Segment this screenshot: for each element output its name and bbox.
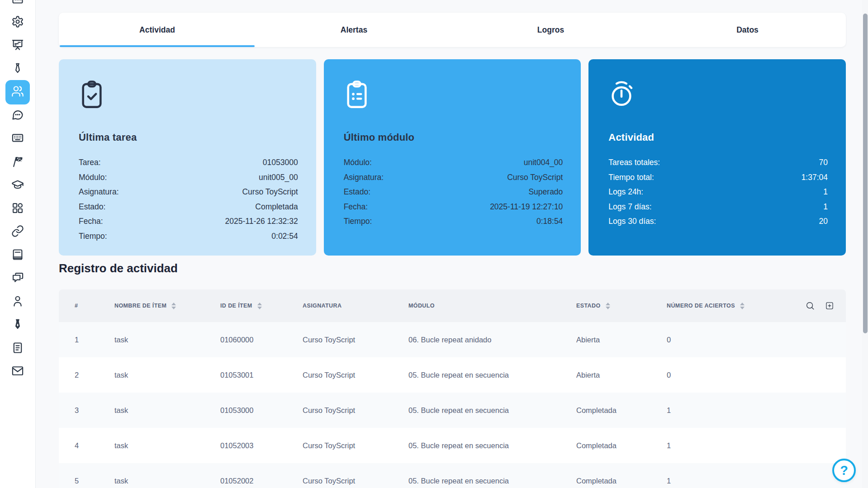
sidebar-item-library[interactable]	[11, 249, 24, 262]
sidebar-item-goals[interactable]	[11, 156, 24, 169]
card-title: Última tarea	[79, 132, 298, 143]
scrollbar-track[interactable]	[862, 0, 868, 488]
stat-label: Módulo:	[344, 155, 372, 170]
column-label: Nombre de ítem	[114, 303, 166, 309]
table-cell: Abierta	[576, 336, 667, 344]
sidebar-item-calendar[interactable]	[11, 0, 24, 5]
card-actividad: Actividad Tareas totales:70Tiempo total:…	[588, 59, 846, 256]
stat-value: Completada	[255, 199, 298, 214]
table-cell: Completada	[576, 441, 667, 450]
table-cell: Abierta	[576, 371, 667, 379]
table-cell: 1	[59, 336, 114, 344]
card-stat-row: Módulo:unit004_00	[344, 155, 563, 170]
tab-logros[interactable]: Logros	[452, 13, 649, 47]
sidebar-item-forum[interactable]	[11, 272, 24, 285]
table-row[interactable]: 4task01052003Curso ToyScript05. Bucle re…	[59, 428, 846, 463]
activity-log-table: #Nombre de ítemID de ítemAsignaturaMódul…	[59, 289, 846, 488]
sidebar-item-links[interactable]	[11, 226, 24, 238]
sidebar	[0, 0, 36, 488]
table-cell: task	[114, 371, 220, 379]
table-cell: 01053000	[220, 406, 303, 415]
gear-icon	[11, 15, 24, 30]
sidebar-item-apps[interactable]	[11, 203, 24, 215]
table-cell: Curso ToyScript	[303, 406, 408, 415]
tab-bar: ActividadAlertasLogrosDatos	[59, 13, 846, 47]
tab-datos[interactable]: Datos	[649, 13, 846, 47]
sort-arrows-icon[interactable]	[257, 303, 262, 309]
stat-value: Superado	[528, 185, 563, 199]
mail-icon	[11, 365, 24, 379]
sidebar-item-mail[interactable]	[11, 365, 24, 378]
help-button[interactable]: ?	[832, 459, 856, 482]
sort-arrows-icon[interactable]	[171, 303, 176, 309]
card-stat-row: Logs 7 días:1	[608, 199, 828, 214]
stat-value: unit005_00	[259, 170, 298, 185]
table-cell: task	[114, 477, 220, 485]
document-icon	[11, 341, 24, 356]
sidebar-item-settings[interactable]	[11, 16, 24, 29]
column-header-num: #	[59, 303, 114, 309]
chats-icon	[11, 271, 24, 286]
stat-label: Tarea:	[79, 155, 101, 170]
stat-label: Estado:	[79, 199, 105, 214]
tab-actividad[interactable]: Actividad	[59, 13, 256, 47]
sort-arrows-icon[interactable]	[740, 303, 745, 309]
scrollbar-thumb[interactable]	[863, 14, 868, 333]
sidebar-item-profile[interactable]	[11, 296, 24, 308]
table-cell: 4	[59, 441, 114, 450]
presentation-icon	[11, 38, 24, 53]
card-stat-row: Fecha:2025-11-26 12:32:32	[79, 214, 298, 229]
stat-value: 2025-11-19 12:27:10	[490, 199, 563, 214]
card-stat-row: Módulo:unit005_00	[79, 170, 298, 185]
stat-value: Curso ToyScript	[507, 170, 563, 185]
table-cell: 0	[667, 371, 846, 379]
table-cell: 0	[667, 336, 846, 344]
sort-arrows-icon[interactable]	[606, 303, 610, 309]
clipboard-list-icon	[344, 78, 563, 116]
table-cell: Curso ToyScript	[303, 441, 408, 450]
table-cell: task	[114, 336, 220, 344]
sidebar-item-presentation[interactable]	[11, 39, 24, 52]
stat-label: Tiempo total:	[608, 170, 654, 185]
search-icon[interactable]	[805, 301, 815, 311]
column-header-estado[interactable]: Estado	[576, 303, 667, 309]
column-label: Estado	[576, 303, 601, 309]
expand-plus-icon[interactable]	[825, 301, 834, 310]
sidebar-item-tie[interactable]	[11, 63, 24, 76]
column-header-nombre-de-tem[interactable]: Nombre de ítem	[114, 303, 220, 309]
tie-icon	[11, 62, 24, 76]
tab-alertas[interactable]: Alertas	[256, 13, 452, 47]
stat-label: Tiempo:	[344, 214, 372, 229]
sidebar-item-chat[interactable]	[11, 109, 24, 122]
table-row[interactable]: 2task01053001Curso ToyScript05. Bucle re…	[59, 357, 846, 393]
sidebar-item-users[interactable]	[5, 80, 30, 104]
sidebar-item-courses[interactable]	[11, 179, 24, 192]
tie-filled-icon	[11, 318, 24, 332]
stat-value: 1:37:04	[802, 170, 828, 185]
sidebar-item-reports[interactable]	[11, 342, 24, 355]
stat-label: Módulo:	[79, 170, 107, 185]
table-row[interactable]: 5task01052002Curso ToyScript05. Bucle re…	[59, 463, 846, 488]
table-row[interactable]: 3task01053000Curso ToyScript05. Bucle re…	[59, 393, 846, 428]
card-stat-row: Asignatura:Curso ToyScript	[344, 170, 563, 185]
card-stat-row: Estado:Completada	[79, 199, 298, 214]
stat-value: 0:18:54	[536, 214, 563, 229]
column-header-id-de-tem[interactable]: ID de ítem	[220, 303, 303, 309]
sidebar-item-work[interactable]	[11, 319, 24, 332]
sidebar-item-keyboard[interactable]	[11, 133, 24, 145]
stat-value: Curso ToyScript	[242, 185, 298, 199]
activity-log-title: Registro de actividad	[59, 261, 178, 275]
column-header-m-dulo: Módulo	[408, 303, 576, 309]
card-stat-row: Estado:Superado	[344, 185, 563, 199]
card-title: Último módulo	[344, 132, 563, 143]
table-row[interactable]: 1task01060000Curso ToyScript06. Bucle re…	[59, 322, 846, 357]
stat-label: Asignatura:	[79, 185, 119, 199]
table-cell: 06. Bucle repeat anidado	[408, 336, 576, 344]
grid-icon	[11, 202, 24, 216]
table-cell: 01052003	[220, 441, 303, 450]
stat-label: Tareas totales:	[608, 155, 660, 170]
stat-value: 20	[819, 214, 828, 229]
table-cell: Curso ToyScript	[303, 371, 408, 379]
table-cell: task	[114, 441, 220, 450]
stat-label: Logs 24h:	[608, 185, 643, 199]
